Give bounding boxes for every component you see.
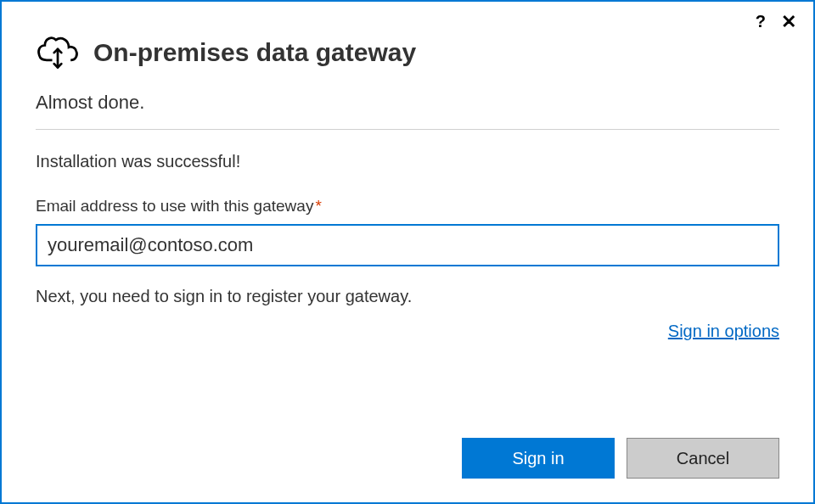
signin-button[interactable]: Sign in	[462, 438, 615, 479]
success-message: Installation was successful!	[36, 152, 779, 171]
signin-options-link[interactable]: Sign in options	[668, 322, 779, 340]
divider	[36, 129, 779, 130]
titlebar-controls: ? ✕	[756, 12, 796, 31]
dialog-subtitle: Almost done.	[36, 92, 779, 114]
dialog-title: On-premises data gateway	[93, 38, 416, 67]
required-marker: *	[315, 197, 321, 215]
cloud-sync-icon	[36, 32, 80, 73]
signin-instruction: Next, you need to sign in to register yo…	[36, 287, 779, 306]
gateway-dialog: ? ✕ On-premises data gateway Almost done…	[0, 0, 815, 504]
close-icon[interactable]: ✕	[781, 13, 796, 31]
cancel-button[interactable]: Cancel	[627, 438, 779, 479]
email-field[interactable]	[36, 224, 779, 266]
email-label: Email address to use with this gateway*	[36, 197, 779, 216]
link-row: Sign in options	[36, 322, 779, 341]
dialog-header: On-premises data gateway	[36, 32, 779, 73]
help-icon[interactable]: ?	[756, 12, 766, 31]
button-row: Sign in Cancel	[462, 438, 779, 479]
email-label-text: Email address to use with this gateway	[36, 197, 313, 215]
